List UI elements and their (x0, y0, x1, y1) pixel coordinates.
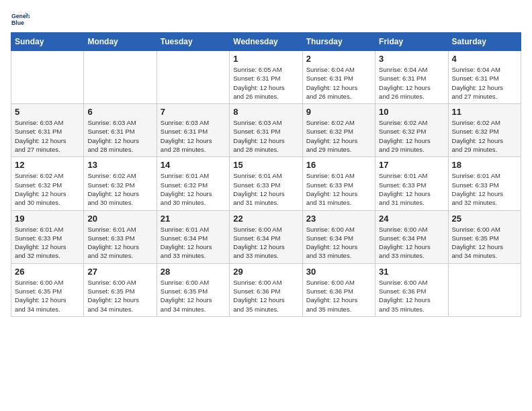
header-day-friday: Friday (375, 33, 448, 51)
day-info: Sunrise: 6:02 AM Sunset: 6:32 PM Dayligh… (87, 171, 152, 207)
day-info: Sunrise: 6:00 AM Sunset: 6:35 PM Dayligh… (87, 278, 152, 314)
day-number: 19 (15, 214, 80, 224)
calendar-cell (84, 51, 157, 104)
day-number: 13 (87, 160, 152, 170)
calendar-cell: 29Sunrise: 6:00 AM Sunset: 6:36 PM Dayli… (230, 263, 302, 316)
day-number: 9 (306, 107, 371, 117)
calendar-week-1: 1Sunrise: 6:05 AM Sunset: 6:31 PM Daylig… (11, 51, 521, 104)
header-day-sunday: Sunday (11, 33, 84, 51)
day-number: 10 (379, 107, 444, 117)
calendar-cell: 22Sunrise: 6:00 AM Sunset: 6:34 PM Dayli… (230, 210, 302, 263)
calendar-cell: 20Sunrise: 6:01 AM Sunset: 6:33 PM Dayli… (84, 210, 157, 263)
day-info: Sunrise: 6:00 AM Sunset: 6:34 PM Dayligh… (306, 225, 371, 261)
day-number: 2 (306, 54, 371, 64)
day-number: 14 (161, 160, 226, 170)
calendar-cell: 14Sunrise: 6:01 AM Sunset: 6:32 PM Dayli… (157, 157, 229, 210)
calendar-cell: 13Sunrise: 6:02 AM Sunset: 6:32 PM Dayli… (84, 157, 157, 210)
logo: General Blue (11, 11, 31, 30)
calendar-cell: 8Sunrise: 6:03 AM Sunset: 6:31 PM Daylig… (230, 104, 302, 157)
day-number: 12 (15, 160, 80, 170)
calendar-cell: 27Sunrise: 6:00 AM Sunset: 6:35 PM Dayli… (84, 263, 157, 316)
page-header: General Blue (11, 11, 521, 30)
header-row: SundayMondayTuesdayWednesdayThursdayFrid… (11, 33, 521, 51)
day-number: 23 (306, 214, 371, 224)
calendar-table: SundayMondayTuesdayWednesdayThursdayFrid… (11, 32, 521, 317)
header-day-tuesday: Tuesday (157, 33, 229, 51)
header-day-monday: Monday (84, 33, 157, 51)
calendar-cell: 9Sunrise: 6:02 AM Sunset: 6:32 PM Daylig… (302, 104, 375, 157)
calendar-cell: 10Sunrise: 6:02 AM Sunset: 6:32 PM Dayli… (375, 104, 448, 157)
day-info: Sunrise: 6:01 AM Sunset: 6:33 PM Dayligh… (15, 225, 80, 261)
day-number: 18 (452, 160, 517, 170)
calendar-cell: 16Sunrise: 6:01 AM Sunset: 6:33 PM Dayli… (302, 157, 375, 210)
calendar-week-5: 26Sunrise: 6:00 AM Sunset: 6:35 PM Dayli… (11, 263, 521, 316)
calendar-cell: 5Sunrise: 6:03 AM Sunset: 6:31 PM Daylig… (11, 104, 84, 157)
day-number: 26 (15, 267, 80, 277)
day-info: Sunrise: 6:00 AM Sunset: 6:34 PM Dayligh… (233, 225, 298, 261)
calendar-week-2: 5Sunrise: 6:03 AM Sunset: 6:31 PM Daylig… (11, 104, 521, 157)
day-info: Sunrise: 6:01 AM Sunset: 6:33 PM Dayligh… (87, 225, 152, 261)
day-number: 15 (233, 160, 298, 170)
calendar-cell: 21Sunrise: 6:01 AM Sunset: 6:34 PM Dayli… (157, 210, 229, 263)
day-info: Sunrise: 6:03 AM Sunset: 6:31 PM Dayligh… (87, 118, 152, 154)
day-number: 7 (161, 107, 226, 117)
day-info: Sunrise: 6:00 AM Sunset: 6:35 PM Dayligh… (15, 278, 80, 314)
svg-text:Blue: Blue (11, 19, 24, 26)
calendar-week-3: 12Sunrise: 6:02 AM Sunset: 6:32 PM Dayli… (11, 157, 521, 210)
day-number: 16 (306, 160, 371, 170)
day-info: Sunrise: 6:01 AM Sunset: 6:33 PM Dayligh… (233, 171, 298, 207)
day-info: Sunrise: 6:03 AM Sunset: 6:31 PM Dayligh… (161, 118, 226, 154)
day-number: 30 (306, 267, 371, 277)
day-info: Sunrise: 6:01 AM Sunset: 6:33 PM Dayligh… (306, 171, 371, 207)
calendar-cell: 4Sunrise: 6:04 AM Sunset: 6:31 PM Daylig… (448, 51, 521, 104)
calendar-cell: 11Sunrise: 6:02 AM Sunset: 6:32 PM Dayli… (448, 104, 521, 157)
day-number: 8 (233, 107, 298, 117)
calendar-header: SundayMondayTuesdayWednesdayThursdayFrid… (11, 33, 521, 51)
calendar-cell (448, 263, 521, 316)
day-info: Sunrise: 6:00 AM Sunset: 6:36 PM Dayligh… (306, 278, 371, 314)
day-info: Sunrise: 6:00 AM Sunset: 6:35 PM Dayligh… (452, 225, 517, 261)
day-number: 11 (452, 107, 517, 117)
calendar-cell (11, 51, 84, 104)
day-info: Sunrise: 6:00 AM Sunset: 6:34 PM Dayligh… (379, 225, 444, 261)
day-info: Sunrise: 6:03 AM Sunset: 6:31 PM Dayligh… (15, 118, 80, 154)
calendar-cell: 25Sunrise: 6:00 AM Sunset: 6:35 PM Dayli… (448, 210, 521, 263)
calendar-cell: 1Sunrise: 6:05 AM Sunset: 6:31 PM Daylig… (230, 51, 302, 104)
day-info: Sunrise: 6:04 AM Sunset: 6:31 PM Dayligh… (452, 65, 517, 101)
day-info: Sunrise: 6:02 AM Sunset: 6:32 PM Dayligh… (452, 118, 517, 154)
day-number: 27 (87, 267, 152, 277)
calendar-cell: 2Sunrise: 6:04 AM Sunset: 6:31 PM Daylig… (302, 51, 375, 104)
calendar-cell: 7Sunrise: 6:03 AM Sunset: 6:31 PM Daylig… (157, 104, 229, 157)
calendar-cell: 3Sunrise: 6:04 AM Sunset: 6:31 PM Daylig… (375, 51, 448, 104)
day-number: 31 (379, 267, 444, 277)
day-number: 3 (379, 54, 444, 64)
calendar-cell: 18Sunrise: 6:01 AM Sunset: 6:33 PM Dayli… (448, 157, 521, 210)
day-info: Sunrise: 6:00 AM Sunset: 6:35 PM Dayligh… (161, 278, 226, 314)
day-info: Sunrise: 6:03 AM Sunset: 6:31 PM Dayligh… (233, 118, 298, 154)
day-number: 4 (452, 54, 517, 64)
day-number: 6 (87, 107, 152, 117)
calendar-cell: 23Sunrise: 6:00 AM Sunset: 6:34 PM Dayli… (302, 210, 375, 263)
day-info: Sunrise: 6:04 AM Sunset: 6:31 PM Dayligh… (306, 65, 371, 101)
day-number: 17 (379, 160, 444, 170)
header-day-thursday: Thursday (302, 33, 375, 51)
day-number: 29 (233, 267, 298, 277)
calendar-cell: 30Sunrise: 6:00 AM Sunset: 6:36 PM Dayli… (302, 263, 375, 316)
calendar-cell: 12Sunrise: 6:02 AM Sunset: 6:32 PM Dayli… (11, 157, 84, 210)
calendar-cell: 26Sunrise: 6:00 AM Sunset: 6:35 PM Dayli… (11, 263, 84, 316)
day-info: Sunrise: 6:04 AM Sunset: 6:31 PM Dayligh… (379, 65, 444, 101)
day-number: 20 (87, 214, 152, 224)
day-info: Sunrise: 6:01 AM Sunset: 6:33 PM Dayligh… (379, 171, 444, 207)
day-number: 28 (161, 267, 226, 277)
calendar-cell: 15Sunrise: 6:01 AM Sunset: 6:33 PM Dayli… (230, 157, 302, 210)
day-number: 5 (15, 107, 80, 117)
day-number: 24 (379, 214, 444, 224)
calendar-cell: 28Sunrise: 6:00 AM Sunset: 6:35 PM Dayli… (157, 263, 229, 316)
calendar-week-4: 19Sunrise: 6:01 AM Sunset: 6:33 PM Dayli… (11, 210, 521, 263)
day-number: 21 (161, 214, 226, 224)
day-info: Sunrise: 6:02 AM Sunset: 6:32 PM Dayligh… (379, 118, 444, 154)
calendar-cell: 17Sunrise: 6:01 AM Sunset: 6:33 PM Dayli… (375, 157, 448, 210)
day-info: Sunrise: 6:00 AM Sunset: 6:36 PM Dayligh… (233, 278, 298, 314)
calendar-cell (157, 51, 229, 104)
day-info: Sunrise: 6:01 AM Sunset: 6:32 PM Dayligh… (161, 171, 226, 207)
